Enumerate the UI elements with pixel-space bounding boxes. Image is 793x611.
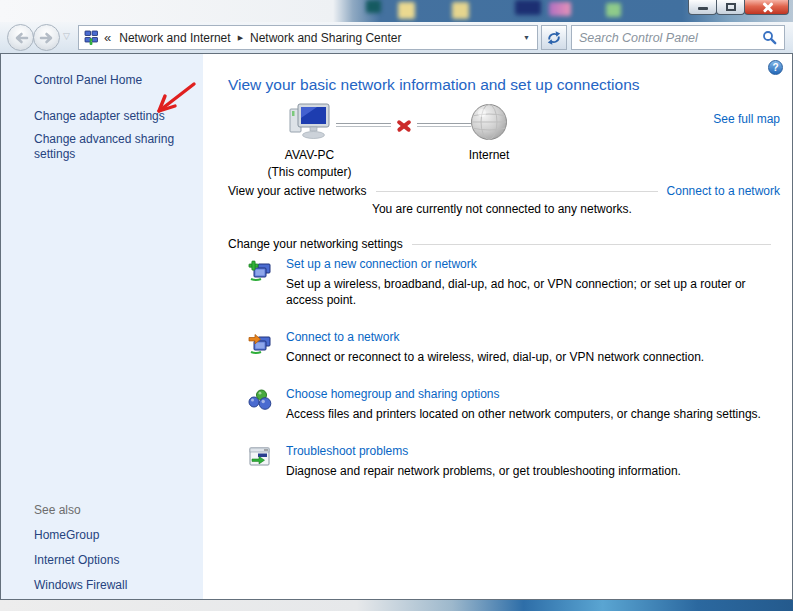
choose-homegroup-link[interactable]: Choose homegroup and sharing options xyxy=(286,386,499,402)
forward-button[interactable] xyxy=(33,24,60,51)
network-map-internet-node[interactable]: Internet xyxy=(453,102,525,162)
desktop-icon-blur xyxy=(452,2,469,19)
list-item: Choose homegroup and sharing options Acc… xyxy=(248,386,778,422)
see-also-section: See also HomeGroup Internet Options Wind… xyxy=(34,503,127,603)
desktop-icon-blur xyxy=(549,2,571,16)
search-box xyxy=(571,25,785,50)
networking-settings-label: Change your networking settings xyxy=(228,237,403,251)
sidebar-item-windows-firewall[interactable]: Windows Firewall xyxy=(34,578,127,593)
network-map-computer-node[interactable]: AVAV-PC (This computer) xyxy=(262,102,357,179)
navigation-toolbar: ▽ « Network and Internet ▶ Network and S… xyxy=(0,22,793,53)
page-title: View your basic network information and … xyxy=(228,76,640,94)
sidebar-item-change-adapter-settings[interactable]: Change adapter settings xyxy=(34,109,186,124)
address-dropdown-icon[interactable]: ▼ xyxy=(516,34,537,41)
recent-pages-dropdown[interactable]: ▽ xyxy=(63,31,70,41)
section-divider xyxy=(376,191,658,192)
connect-to-network-item-link[interactable]: Connect to a network xyxy=(286,329,399,345)
desktop-icon-blur xyxy=(515,0,541,15)
see-full-map-link[interactable]: See full map xyxy=(713,112,780,126)
network-map: AVAV-PC (This computer) xyxy=(228,100,780,192)
section-divider xyxy=(412,244,771,245)
breadcrumb-network-and-sharing-center[interactable]: Network and Sharing Center xyxy=(245,31,406,45)
setup-new-connection-description: Set up a wireless, broadband, dial-up, a… xyxy=(286,276,778,308)
back-button[interactable] xyxy=(7,24,34,51)
computer-icon xyxy=(287,102,333,142)
search-button[interactable] xyxy=(760,30,784,45)
refresh-button[interactable] xyxy=(541,25,567,50)
network-places-icon xyxy=(83,30,99,46)
troubleshoot-problems-description: Diagnose and repair network problems, or… xyxy=(286,463,681,479)
troubleshoot-problems-link[interactable]: Troubleshoot problems xyxy=(286,443,408,459)
desktop-icon-blur xyxy=(606,3,621,17)
new-connection-icon xyxy=(248,258,273,308)
breadcrumb-separator-icon[interactable]: ▶ xyxy=(236,34,245,42)
sidebar-item-internet-options[interactable]: Internet Options xyxy=(34,553,127,568)
desktop-icon-blur xyxy=(366,0,381,13)
desktop-icon-blur xyxy=(398,2,415,19)
computer-subtitle-label: (This computer) xyxy=(262,165,357,179)
active-networks-label: View your active networks xyxy=(228,184,367,198)
maximize-icon xyxy=(726,3,736,11)
close-icon xyxy=(762,2,774,13)
internet-globe-icon xyxy=(469,102,509,142)
homegroup-icon xyxy=(248,388,273,422)
sidebar-item-control-panel-home[interactable]: Control Panel Home xyxy=(34,73,186,88)
forward-arrow-icon xyxy=(39,31,55,45)
connect-network-icon xyxy=(248,331,273,365)
sidebar: Control Panel Home Change adapter settin… xyxy=(1,54,203,599)
connection-line xyxy=(336,123,391,127)
desktop-edge xyxy=(0,600,793,611)
disconnected-x-icon[interactable] xyxy=(394,117,414,133)
network-connection xyxy=(336,117,471,133)
list-item: Set up a new connection or network Set u… xyxy=(248,256,778,308)
window-titlebar xyxy=(0,0,793,22)
search-input[interactable] xyxy=(572,26,760,49)
list-item: Connect to a network Connect or reconnec… xyxy=(248,329,778,365)
main-content: ? View your basic network information an… xyxy=(203,54,792,599)
networking-settings-list: Set up a new connection or network Set u… xyxy=(248,256,778,500)
minimize-icon xyxy=(698,7,708,10)
sidebar-item-homegroup[interactable]: HomeGroup xyxy=(34,528,127,543)
minimize-button[interactable] xyxy=(688,0,717,15)
troubleshoot-icon xyxy=(248,445,273,479)
list-item: Troubleshoot problems Diagnose and repai… xyxy=(248,443,778,479)
connect-to-network-link[interactable]: Connect to a network xyxy=(667,184,780,198)
close-button[interactable] xyxy=(744,0,789,15)
help-icon[interactable]: ? xyxy=(768,60,783,75)
active-networks-section-header: View your active networks Connect to a n… xyxy=(228,184,780,198)
see-also-header: See also xyxy=(34,503,127,517)
refresh-icon xyxy=(546,30,562,46)
search-icon xyxy=(762,30,777,45)
sidebar-item-change-advanced-sharing-settings[interactable]: Change advanced sharing settings xyxy=(34,132,186,162)
maximize-button[interactable] xyxy=(716,0,745,15)
setup-new-connection-link[interactable]: Set up a new connection or network xyxy=(286,256,477,272)
back-arrow-icon xyxy=(13,31,29,45)
window-client-area: Control Panel Home Change adapter settin… xyxy=(0,53,793,600)
network-status-message: You are currently not connected to any n… xyxy=(372,202,632,216)
address-bar[interactable]: « Network and Internet ▶ Network and Sha… xyxy=(78,25,538,50)
connect-to-network-description: Connect or reconnect to a wireless, wire… xyxy=(286,349,704,365)
choose-homegroup-description: Access files and printers located on oth… xyxy=(286,406,761,422)
networking-settings-section-header: Change your networking settings xyxy=(228,237,780,251)
breadcrumb-network-and-internet[interactable]: Network and Internet xyxy=(114,31,235,45)
window-controls xyxy=(689,0,789,15)
breadcrumb-overflow-chevrons[interactable]: « xyxy=(102,30,114,45)
computer-name-label: AVAV-PC xyxy=(262,148,357,162)
internet-label: Internet xyxy=(453,148,525,162)
